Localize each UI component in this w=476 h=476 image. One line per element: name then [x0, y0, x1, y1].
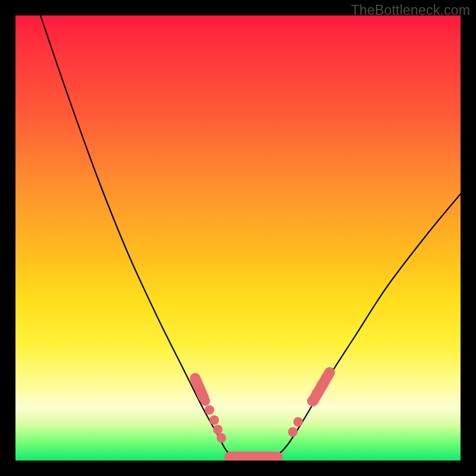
watermark-text: TheBottleneck.com [351, 2, 470, 18]
plot-area [15, 15, 461, 461]
marker-dot [321, 372, 331, 382]
marker-dot [217, 433, 226, 443]
marker-dots [192, 372, 331, 443]
marker-pills [195, 372, 330, 457]
marker-dot [205, 405, 214, 415]
chart-frame: TheBottleneck.com [0, 0, 476, 476]
marker-dot [209, 415, 219, 425]
marker-dot [192, 377, 201, 386]
marker-dot [293, 417, 303, 427]
chart-svg [15, 15, 461, 461]
marker-dot [312, 389, 321, 398]
marker-dot [213, 425, 223, 434]
bottleneck-curve [40, 15, 461, 458]
marker-dot [196, 386, 205, 396]
marker-dot [288, 427, 298, 437]
marker-dot [201, 396, 210, 406]
